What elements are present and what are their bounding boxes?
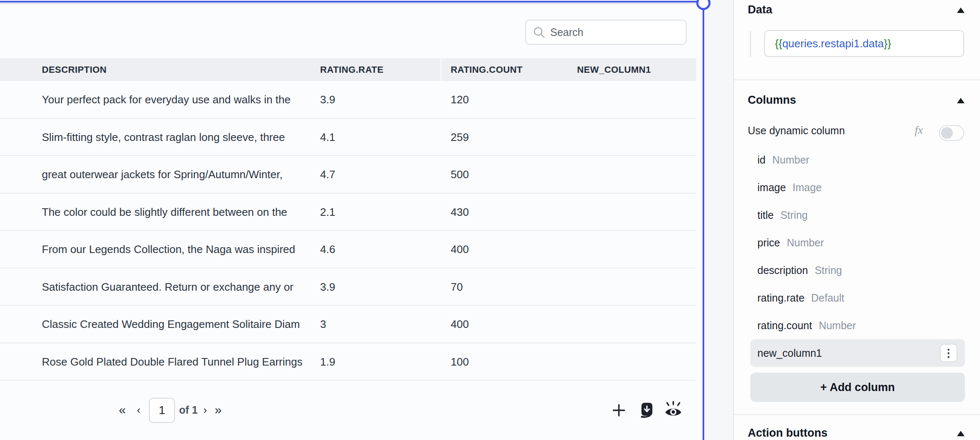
column-header-description[interactable]: DESCRIPTION [42, 58, 107, 81]
column-item-new-column1[interactable]: new_column1 ⋮ [750, 339, 965, 367]
column-name: title [757, 209, 774, 221]
retool-editor: DESCRIPTION RATING.RATE RATING.COUNT NEW… [0, 0, 980, 440]
column-name: price [757, 237, 780, 249]
toggle-knob [941, 127, 953, 139]
cell-description: From our Legends Collection, the Naga wa… [42, 231, 312, 268]
action-buttons-section-title: Action buttons [748, 427, 827, 440]
column-name: id [757, 154, 765, 166]
cell-rating-rate: 2.1 [320, 194, 335, 230]
data-source-input[interactable]: {{queries.restapi1.data}} [764, 30, 964, 57]
column-item-title[interactable]: title String [734, 201, 980, 229]
table-footer: « ‹ 1 of 1 › » [0, 397, 696, 424]
code-open-brace: {{ [775, 37, 782, 50]
table-row[interactable]: Slim-fitting style, contrast raglan long… [0, 119, 696, 156]
column-item-description[interactable]: description String [734, 256, 980, 284]
table-row[interactable]: Rose Gold Plated Double Flared Tunnel Pl… [0, 343, 696, 381]
column-name: rating.rate [757, 292, 805, 304]
cell-rating-count: 259 [451, 119, 469, 156]
table-header: DESCRIPTION RATING.RATE RATING.COUNT NEW… [0, 58, 696, 81]
table-row[interactable]: The color could be slightly different be… [0, 194, 696, 231]
column-type: String [815, 264, 842, 276]
cell-rating-count: 500 [451, 156, 469, 193]
cell-rating-rate: 3.9 [320, 269, 335, 305]
column-type: Image [793, 182, 821, 194]
code-expression: queries.restapi1.data [782, 37, 884, 50]
columns-section-title: Columns [748, 94, 796, 107]
column-list: id Number image Image title String price… [734, 146, 980, 367]
pagination-total-label: of 1 [179, 397, 198, 424]
code-indent-line [750, 31, 751, 57]
column-name: rating.count [757, 320, 812, 332]
table-row[interactable]: Satisfaction Guaranteed. Return or excha… [0, 269, 696, 306]
column-name: new_column1 [757, 347, 822, 359]
column-item-rating-count[interactable]: rating.count Number [734, 312, 980, 339]
cell-description: Classic Created Wedding Engagement Solit… [42, 306, 312, 343]
download-csv-button[interactable] [636, 398, 657, 422]
column-item-rating-rate[interactable]: rating.rate Default [734, 284, 980, 312]
data-section-title: Data [748, 3, 772, 16]
cell-rating-rate: 3 [320, 306, 326, 343]
pagination-last-button[interactable]: » [215, 397, 222, 424]
column-options-button[interactable]: ⋮ [940, 344, 957, 362]
cell-rating-rate: 4.6 [320, 231, 335, 268]
column-type: Number [787, 237, 824, 249]
column-item-image[interactable]: image Image [734, 174, 980, 201]
selection-border-right [703, 1, 704, 440]
pagination-next-button[interactable]: › [203, 397, 207, 424]
cell-rating-count: 400 [451, 231, 469, 268]
section-divider [734, 414, 980, 415]
column-header-rating-rate[interactable]: RATING.RATE [320, 58, 383, 81]
cell-description: Slim-fitting style, contrast raglan long… [42, 119, 312, 156]
dynamic-column-label: Use dynamic column [748, 125, 845, 137]
cell-rating-rate: 4.1 [320, 119, 335, 156]
search-input[interactable] [550, 26, 679, 38]
collapse-columns-icon[interactable] [957, 98, 965, 103]
cell-description: The color could be slightly different be… [42, 194, 312, 230]
table-row[interactable]: Classic Created Wedding Engagement Solit… [0, 306, 696, 343]
section-divider [734, 79, 980, 80]
cell-rating-count: 120 [451, 81, 469, 118]
cell-description: Rose Gold Plated Double Flared Tunnel Pl… [42, 343, 312, 380]
add-row-button[interactable] [608, 398, 630, 422]
pagination-first-button[interactable]: « [119, 397, 126, 424]
table-row[interactable]: From our Legends Collection, the Naga wa… [0, 231, 696, 269]
cell-description: Your perfect pack for everyday use and w… [42, 81, 312, 118]
selection-border-top [0, 1, 703, 3]
fx-icon[interactable]: fx [915, 124, 923, 137]
inspector-panel: Data {{queries.restapi1.data}} Columns U… [733, 0, 980, 440]
add-row-icon [611, 402, 627, 419]
add-column-button[interactable]: + Add column [750, 373, 965, 402]
cell-description: Satisfaction Guaranteed. Return or excha… [42, 269, 312, 305]
table-body: Your perfect pack for everyday use and w… [0, 81, 696, 381]
column-header-new-column1[interactable]: NEW_COLUMN1 [577, 58, 651, 81]
table-row[interactable]: Your perfect pack for everyday use and w… [0, 81, 696, 119]
column-type: Number [772, 154, 809, 166]
cell-rating-rate: 4.7 [320, 156, 335, 193]
cell-rating-count: 70 [451, 269, 463, 305]
table-row[interactable]: great outerwear jackets for Spring/Autum… [0, 156, 696, 194]
column-item-price[interactable]: price Number [734, 229, 980, 256]
column-item-id[interactable]: id Number [734, 146, 980, 174]
code-close-brace: }} [884, 37, 891, 50]
cell-rating-rate: 3.9 [320, 81, 335, 118]
cell-rating-count: 100 [451, 343, 469, 380]
column-type: String [780, 209, 808, 221]
cell-rating-count: 430 [451, 194, 469, 230]
cell-rating-count: 400 [451, 306, 469, 343]
column-type: Number [819, 320, 856, 332]
cell-description: great outerwear jackets for Spring/Autum… [42, 156, 312, 193]
cell-rating-rate: 1.9 [320, 343, 335, 380]
column-type: Default [811, 292, 844, 304]
download-icon [637, 401, 656, 420]
search-icon [533, 26, 545, 38]
table-search-box[interactable] [525, 20, 687, 45]
column-visibility-button[interactable] [662, 398, 684, 422]
column-divider [441, 58, 441, 81]
collapse-action-buttons-icon[interactable] [957, 431, 965, 436]
dynamic-column-toggle[interactable] [939, 125, 964, 141]
pagination-page-input[interactable]: 1 [149, 398, 175, 423]
pagination-prev-button[interactable]: ‹ [137, 397, 141, 424]
column-header-rating-count[interactable]: RATING.COUNT [451, 58, 523, 81]
collapse-data-icon[interactable] [957, 8, 965, 13]
widget-top-edge [0, 3, 703, 4]
